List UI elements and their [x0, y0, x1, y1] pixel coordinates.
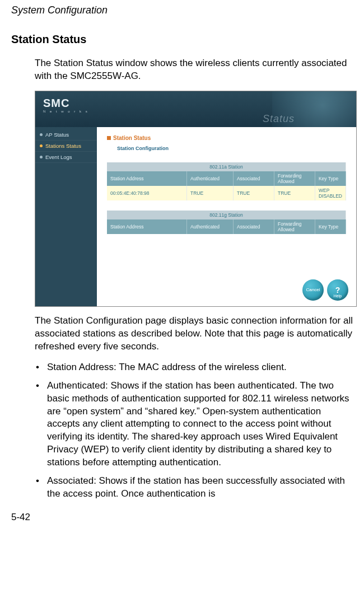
band-header-a: 802.11a Station: [107, 162, 346, 171]
list-item: Associated: Shows if the station has bee…: [47, 475, 353, 501]
col-header: Authenticated: [187, 219, 234, 234]
col-header: Key Type: [315, 171, 346, 186]
sidebar-item-event-logs[interactable]: Event Logs: [35, 152, 97, 163]
embedded-screenshot: SMC N e t w o r k s Status Home Logout A…: [35, 91, 357, 307]
logo-text: SMC: [35, 91, 89, 110]
sidebar-item-ap-status[interactable]: AP Status: [35, 129, 97, 141]
col-header: Associated: [234, 219, 274, 234]
list-item: Station Address: The MAC address of the …: [47, 361, 353, 374]
page-number: 5-42: [11, 512, 353, 523]
sidebar-item-label: AP Status: [45, 132, 69, 138]
sidebar-item-label: Event Logs: [45, 154, 72, 160]
brand-logo: SMC N e t w o r k s: [35, 91, 89, 113]
help-icon: ?: [335, 286, 340, 294]
sidebar-item-label: Stations Status: [45, 143, 81, 149]
cancel-label: Cancel: [306, 287, 320, 292]
col-header: Key Type: [315, 219, 346, 234]
bullet-list: Station Address: The MAC address of the …: [35, 361, 353, 501]
cell-station-address: 00:05:4E:40:78:98: [107, 186, 186, 200]
bullet-icon: [40, 156, 43, 158]
main-panel: Station Status Station Configuration 802…: [97, 127, 356, 306]
col-header: Station Address: [107, 171, 186, 186]
bullet-icon: [40, 133, 43, 136]
cell-forwarding: TRUE: [274, 186, 315, 200]
table-802-11a: 802.11a Station Station Address Authenti…: [107, 162, 346, 200]
bullet-icon: [40, 144, 43, 147]
band-header-g: 802.11g Station: [107, 211, 346, 219]
table-802-11g: 802.11g Station Station Address Authenti…: [107, 211, 346, 234]
after-paragraph: The Station Configuration page displays …: [35, 315, 353, 353]
logo-subtext: N e t w o r k s: [35, 110, 89, 113]
app-header: SMC N e t w o r k s Status Home Logout: [35, 91, 356, 127]
running-header: System Configuration: [11, 4, 353, 16]
col-header: Station Address: [107, 219, 187, 234]
table-row: 00:05:4E:40:78:98 TRUE TRUE TRUE WEP DIS…: [107, 186, 346, 200]
square-icon: [107, 136, 111, 140]
help-button[interactable]: ?Help: [327, 279, 348, 301]
col-header: Associated: [233, 171, 274, 186]
sidebar-item-stations-status[interactable]: Stations Status: [35, 141, 97, 152]
cancel-button[interactable]: Cancel: [302, 279, 324, 301]
list-item: Authenticated: Shows if the station has …: [47, 380, 353, 470]
cell-key-type: WEP DISABLED: [315, 186, 346, 200]
intro-paragraph: The Station Status window shows the wire…: [35, 57, 353, 83]
panel-title: Station Status: [107, 135, 346, 141]
col-header: Authenticated: [186, 171, 233, 186]
section-title: Station Status: [11, 33, 353, 46]
panel-subtitle: Station Configuration: [117, 146, 346, 151]
panel-title-text: Station Status: [113, 135, 151, 141]
sidebar: AP Status Stations Status Event Logs: [35, 127, 97, 306]
col-header: Forwarding Allowed: [274, 219, 315, 234]
header-status-word: Status: [263, 113, 295, 125]
col-header: Forwarding Allowed: [274, 171, 315, 186]
cell-associated: TRUE: [233, 186, 274, 200]
cell-authenticated: TRUE: [186, 186, 233, 200]
action-buttons: Cancel ?Help: [302, 279, 348, 301]
help-label: Help: [334, 294, 342, 298]
